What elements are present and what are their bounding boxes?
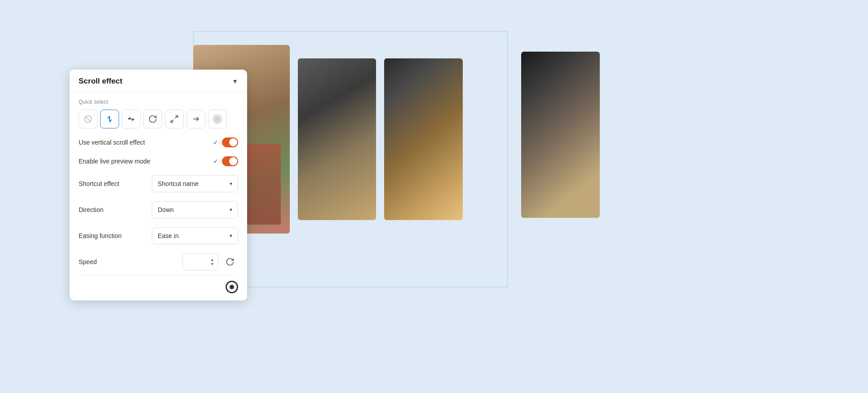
qs-rotate-button[interactable]: [143, 110, 162, 128]
quick-select-label: Quick select: [79, 99, 238, 105]
shortcut-effect-value: Shortcut name: [158, 180, 199, 187]
direction-label: Direction: [79, 206, 103, 213]
shortcut-effect-label: Shortcut effect: [79, 180, 119, 187]
panel-bottom-content: [70, 275, 247, 300]
qs-horizontal-button[interactable]: [122, 110, 141, 128]
panel-title: Scroll effect: [79, 77, 122, 86]
use-vertical-toggle[interactable]: [222, 137, 238, 147]
collapse-icon[interactable]: ▼: [232, 78, 238, 85]
use-vertical-scroll-toggle-group: ✓: [213, 137, 238, 147]
direction-row: Direction Down ▾: [70, 197, 247, 223]
use-vertical-check-icon: ✓: [213, 139, 218, 146]
quick-select-section: Quick select: [70, 93, 247, 133]
svg-line-1: [85, 116, 91, 122]
direction-dropdown[interactable]: Down ▾: [152, 201, 238, 218]
stepper-up-icon[interactable]: ▲: [210, 258, 214, 262]
speed-row: Speed ▲ ▼: [70, 249, 247, 275]
easing-function-dropdown-arrow: ▾: [230, 233, 232, 239]
svg-line-5: [171, 120, 174, 123]
easing-function-value: Ease in: [158, 232, 179, 239]
qs-arrow-right-button[interactable]: [186, 110, 205, 128]
speed-input-group: ▲ ▼: [182, 253, 238, 270]
direction-value: Down: [158, 206, 174, 213]
stepper-down-icon[interactable]: ▼: [210, 262, 214, 266]
direction-dropdown-arrow: ▾: [230, 207, 232, 213]
speed-reset-button[interactable]: [222, 254, 238, 270]
speed-label: Speed: [79, 258, 97, 265]
radio-icon[interactable]: [226, 281, 238, 293]
easing-function-label: Easing function: [79, 232, 122, 239]
shortcut-effect-row: Shortcut effect Shortcut name ▾: [70, 171, 247, 197]
quick-select-buttons: [79, 110, 238, 128]
panel-header: Scroll effect ▼: [70, 70, 247, 93]
scroll-effect-panel: Scroll effect ▼ Quick select: [70, 70, 247, 300]
speed-input-field[interactable]: ▲ ▼: [182, 253, 218, 270]
qs-expand-button[interactable]: [165, 110, 184, 128]
qs-none-button[interactable]: [79, 110, 97, 128]
use-vertical-scroll-label: Use vertical scroll effect: [79, 139, 145, 146]
photo-2: [298, 58, 376, 220]
speed-stepper[interactable]: ▲ ▼: [210, 258, 214, 266]
enable-live-preview-row: Enable live preview mode ✓: [70, 152, 247, 171]
shortcut-effect-dropdown[interactable]: Shortcut name ▾: [152, 175, 238, 192]
photo-4: [521, 52, 600, 218]
use-vertical-scroll-row: Use vertical scroll effect ✓: [70, 133, 247, 152]
qs-vertical-button[interactable]: [100, 110, 119, 128]
photo-3: [384, 58, 463, 220]
qs-blur-button[interactable]: [208, 110, 227, 128]
enable-live-preview-toggle-group: ✓: [213, 156, 238, 166]
live-preview-check-icon: ✓: [213, 158, 218, 165]
live-preview-toggle[interactable]: [222, 156, 238, 166]
enable-live-preview-label: Enable live preview mode: [79, 158, 151, 165]
easing-function-row: Easing function Ease in ▾: [70, 223, 247, 249]
shortcut-effect-dropdown-arrow: ▾: [230, 181, 232, 187]
easing-function-dropdown[interactable]: Ease in ▾: [152, 227, 238, 244]
svg-line-4: [175, 116, 178, 119]
